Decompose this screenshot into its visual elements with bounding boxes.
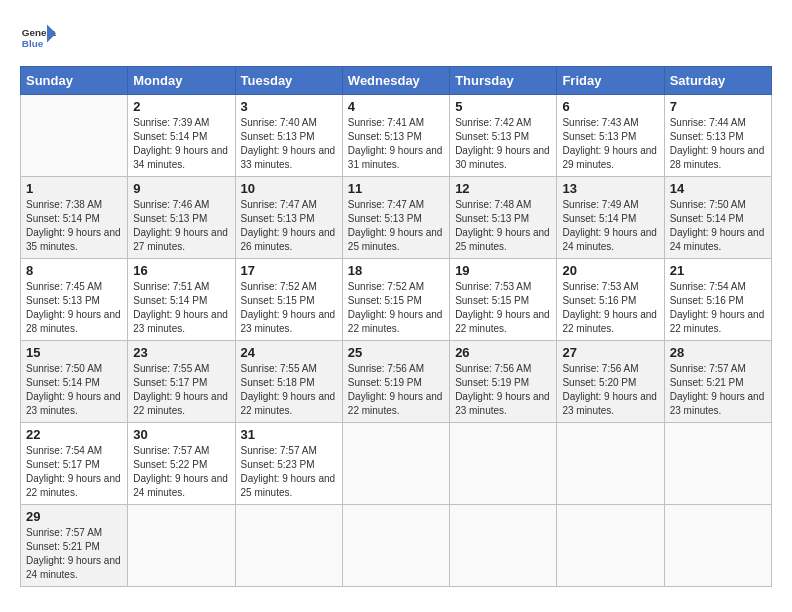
calendar-cell: 26Sunrise: 7:56 AMSunset: 5:19 PMDayligh… [450, 341, 557, 423]
day-info: Sunrise: 7:45 AMSunset: 5:13 PMDaylight:… [26, 280, 122, 336]
day-number: 29 [26, 509, 122, 524]
day-info: Sunrise: 7:42 AMSunset: 5:13 PMDaylight:… [455, 116, 551, 172]
day-info: Sunrise: 7:38 AMSunset: 5:14 PMDaylight:… [26, 198, 122, 254]
day-info: Sunrise: 7:54 AMSunset: 5:16 PMDaylight:… [670, 280, 766, 336]
day-number: 22 [26, 427, 122, 442]
calendar-cell: 2Sunrise: 7:39 AMSunset: 5:14 PMDaylight… [128, 95, 235, 177]
day-info: Sunrise: 7:47 AMSunset: 5:13 PMDaylight:… [348, 198, 444, 254]
day-number: 17 [241, 263, 337, 278]
calendar-cell [21, 95, 128, 177]
day-number: 16 [133, 263, 229, 278]
day-info: Sunrise: 7:50 AMSunset: 5:14 PMDaylight:… [26, 362, 122, 418]
calendar-cell: 27Sunrise: 7:56 AMSunset: 5:20 PMDayligh… [557, 341, 664, 423]
calendar-cell: 6Sunrise: 7:43 AMSunset: 5:13 PMDaylight… [557, 95, 664, 177]
day-info: Sunrise: 7:49 AMSunset: 5:14 PMDaylight:… [562, 198, 658, 254]
calendar-cell: 8Sunrise: 7:45 AMSunset: 5:13 PMDaylight… [21, 259, 128, 341]
calendar-cell: 17Sunrise: 7:52 AMSunset: 5:15 PMDayligh… [235, 259, 342, 341]
calendar-cell: 29Sunrise: 7:57 AMSunset: 5:21 PMDayligh… [21, 505, 128, 587]
day-info: Sunrise: 7:47 AMSunset: 5:13 PMDaylight:… [241, 198, 337, 254]
weekday-header: Saturday [664, 67, 771, 95]
calendar-cell: 1Sunrise: 7:38 AMSunset: 5:14 PMDaylight… [21, 177, 128, 259]
calendar-cell: 30Sunrise: 7:57 AMSunset: 5:22 PMDayligh… [128, 423, 235, 505]
calendar-row: 29Sunrise: 7:57 AMSunset: 5:21 PMDayligh… [21, 505, 772, 587]
day-number: 12 [455, 181, 551, 196]
calendar-cell [450, 423, 557, 505]
day-number: 7 [670, 99, 766, 114]
calendar-cell: 18Sunrise: 7:52 AMSunset: 5:15 PMDayligh… [342, 259, 449, 341]
day-info: Sunrise: 7:46 AMSunset: 5:13 PMDaylight:… [133, 198, 229, 254]
svg-text:Blue: Blue [22, 38, 44, 49]
calendar-cell: 14Sunrise: 7:50 AMSunset: 5:14 PMDayligh… [664, 177, 771, 259]
day-info: Sunrise: 7:57 AMSunset: 5:23 PMDaylight:… [241, 444, 337, 500]
day-number: 10 [241, 181, 337, 196]
day-info: Sunrise: 7:43 AMSunset: 5:13 PMDaylight:… [562, 116, 658, 172]
day-number: 18 [348, 263, 444, 278]
day-info: Sunrise: 7:51 AMSunset: 5:14 PMDaylight:… [133, 280, 229, 336]
calendar-cell [557, 423, 664, 505]
calendar-cell: 19Sunrise: 7:53 AMSunset: 5:15 PMDayligh… [450, 259, 557, 341]
day-number: 11 [348, 181, 444, 196]
day-number: 4 [348, 99, 444, 114]
calendar-cell [128, 505, 235, 587]
day-number: 23 [133, 345, 229, 360]
day-number: 27 [562, 345, 658, 360]
calendar-cell [342, 505, 449, 587]
calendar-cell [235, 505, 342, 587]
calendar-cell: 22Sunrise: 7:54 AMSunset: 5:17 PMDayligh… [21, 423, 128, 505]
weekday-header: Monday [128, 67, 235, 95]
day-number: 24 [241, 345, 337, 360]
calendar-cell [664, 505, 771, 587]
calendar-row: 1Sunrise: 7:38 AMSunset: 5:14 PMDaylight… [21, 177, 772, 259]
day-info: Sunrise: 7:50 AMSunset: 5:14 PMDaylight:… [670, 198, 766, 254]
calendar-cell: 31Sunrise: 7:57 AMSunset: 5:23 PMDayligh… [235, 423, 342, 505]
calendar-cell: 5Sunrise: 7:42 AMSunset: 5:13 PMDaylight… [450, 95, 557, 177]
day-info: Sunrise: 7:40 AMSunset: 5:13 PMDaylight:… [241, 116, 337, 172]
weekday-header: Friday [557, 67, 664, 95]
day-number: 21 [670, 263, 766, 278]
calendar-row: 2Sunrise: 7:39 AMSunset: 5:14 PMDaylight… [21, 95, 772, 177]
calendar-cell: 24Sunrise: 7:55 AMSunset: 5:18 PMDayligh… [235, 341, 342, 423]
calendar-cell: 12Sunrise: 7:48 AMSunset: 5:13 PMDayligh… [450, 177, 557, 259]
day-info: Sunrise: 7:56 AMSunset: 5:20 PMDaylight:… [562, 362, 658, 418]
calendar-cell: 21Sunrise: 7:54 AMSunset: 5:16 PMDayligh… [664, 259, 771, 341]
weekday-header: Tuesday [235, 67, 342, 95]
calendar-cell: 3Sunrise: 7:40 AMSunset: 5:13 PMDaylight… [235, 95, 342, 177]
day-number: 5 [455, 99, 551, 114]
day-info: Sunrise: 7:57 AMSunset: 5:21 PMDaylight:… [26, 526, 122, 582]
calendar-row: 8Sunrise: 7:45 AMSunset: 5:13 PMDaylight… [21, 259, 772, 341]
day-info: Sunrise: 7:55 AMSunset: 5:18 PMDaylight:… [241, 362, 337, 418]
day-number: 9 [133, 181, 229, 196]
day-number: 20 [562, 263, 658, 278]
day-number: 2 [133, 99, 229, 114]
calendar-cell: 7Sunrise: 7:44 AMSunset: 5:13 PMDaylight… [664, 95, 771, 177]
day-number: 14 [670, 181, 766, 196]
calendar-cell [450, 505, 557, 587]
day-info: Sunrise: 7:57 AMSunset: 5:22 PMDaylight:… [133, 444, 229, 500]
calendar-cell: 20Sunrise: 7:53 AMSunset: 5:16 PMDayligh… [557, 259, 664, 341]
calendar-table: SundayMondayTuesdayWednesdayThursdayFrid… [20, 66, 772, 587]
day-number: 13 [562, 181, 658, 196]
calendar-cell: 25Sunrise: 7:56 AMSunset: 5:19 PMDayligh… [342, 341, 449, 423]
calendar-cell: 28Sunrise: 7:57 AMSunset: 5:21 PMDayligh… [664, 341, 771, 423]
logo: General Blue [20, 20, 56, 56]
calendar-cell: 10Sunrise: 7:47 AMSunset: 5:13 PMDayligh… [235, 177, 342, 259]
day-number: 6 [562, 99, 658, 114]
day-number: 3 [241, 99, 337, 114]
day-info: Sunrise: 7:54 AMSunset: 5:17 PMDaylight:… [26, 444, 122, 500]
day-number: 19 [455, 263, 551, 278]
calendar-cell: 23Sunrise: 7:55 AMSunset: 5:17 PMDayligh… [128, 341, 235, 423]
calendar-row: 22Sunrise: 7:54 AMSunset: 5:17 PMDayligh… [21, 423, 772, 505]
logo-icon: General Blue [20, 20, 56, 56]
day-info: Sunrise: 7:56 AMSunset: 5:19 PMDaylight:… [348, 362, 444, 418]
calendar-row: 15Sunrise: 7:50 AMSunset: 5:14 PMDayligh… [21, 341, 772, 423]
calendar-cell: 16Sunrise: 7:51 AMSunset: 5:14 PMDayligh… [128, 259, 235, 341]
day-info: Sunrise: 7:53 AMSunset: 5:16 PMDaylight:… [562, 280, 658, 336]
day-info: Sunrise: 7:41 AMSunset: 5:13 PMDaylight:… [348, 116, 444, 172]
calendar-cell: 4Sunrise: 7:41 AMSunset: 5:13 PMDaylight… [342, 95, 449, 177]
calendar-cell [664, 423, 771, 505]
day-info: Sunrise: 7:39 AMSunset: 5:14 PMDaylight:… [133, 116, 229, 172]
weekday-header: Thursday [450, 67, 557, 95]
calendar-cell [342, 423, 449, 505]
day-number: 30 [133, 427, 229, 442]
calendar-cell: 13Sunrise: 7:49 AMSunset: 5:14 PMDayligh… [557, 177, 664, 259]
